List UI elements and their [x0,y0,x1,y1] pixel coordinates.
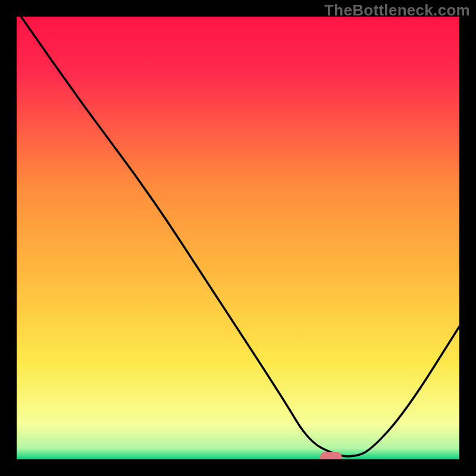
watermark-text: TheBottleneck.com [324,1,470,20]
chart-container: TheBottleneck.com [0,0,476,476]
bottleneck-chart [0,0,476,476]
plot-background [17,17,459,459]
